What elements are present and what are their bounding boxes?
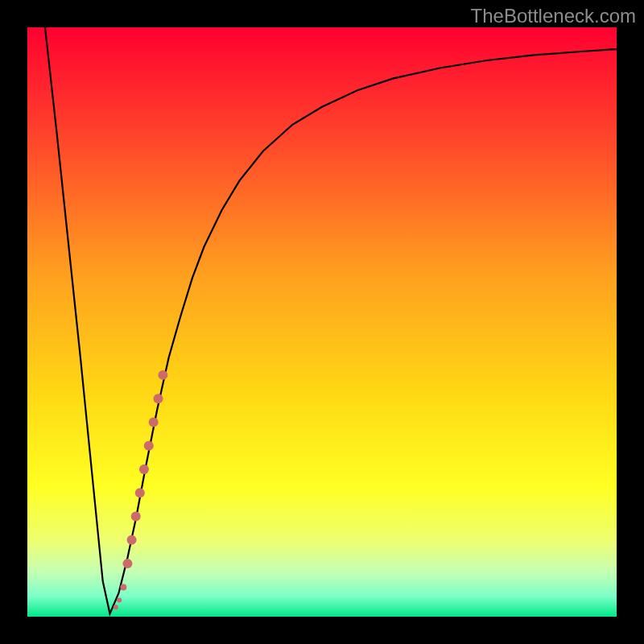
marker-dot [117, 598, 122, 603]
chart-svg [27, 27, 617, 617]
watermark-text: TheBottleneck.com [471, 5, 636, 27]
marker-dot [158, 370, 167, 380]
marker-dot [154, 394, 163, 403]
plot-area [27, 27, 617, 617]
gradient-background [27, 27, 617, 617]
marker-dot [139, 464, 149, 474]
marker-dot [144, 441, 154, 451]
marker-dot [120, 584, 126, 590]
marker-dot [149, 417, 159, 427]
marker-dot [114, 605, 118, 609]
chart-frame: TheBottleneck.com [0, 0, 644, 644]
marker-dot [122, 559, 132, 568]
marker-dot [131, 512, 141, 522]
marker-dot [127, 535, 137, 545]
marker-dot [135, 488, 145, 497]
